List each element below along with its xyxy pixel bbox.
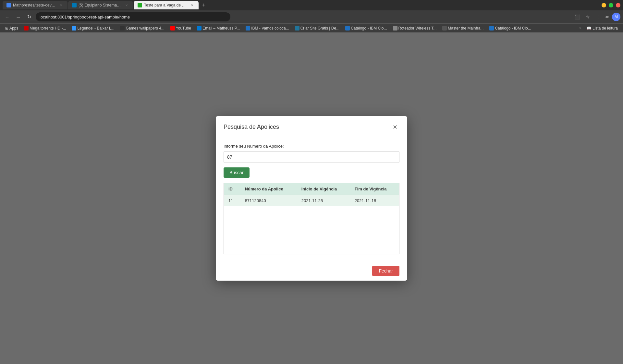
modal-header: Pesquisa de Apolices ✕ (216, 116, 407, 137)
bookmark-label: Criar Site Grátis | De... (300, 26, 339, 30)
bookmark-favicon (170, 26, 175, 30)
more-bookmarks-button[interactable]: » (577, 25, 583, 31)
bookmark-label: Roteador Wireless T... (398, 26, 437, 30)
tab-label: Teste para a Vaga de Desenvolve... (144, 3, 188, 7)
minimize-button[interactable]: − (602, 3, 606, 7)
bookmark-item-3[interactable]: Games wallpapers 4... (117, 25, 167, 31)
forward-button[interactable]: → (14, 12, 23, 21)
bookmark-label: Catálogo - IBM Clo... (351, 26, 387, 30)
bookmark-favicon (295, 26, 299, 30)
settings-icon[interactable]: ⋮ (593, 12, 603, 21)
bookmark-favicon (72, 26, 76, 30)
modal-dialog: Pesquisa de Apolices ✕ Informe seu Númer… (216, 116, 407, 281)
bookmark-item-2[interactable]: Legendei - Baixar L... (69, 25, 117, 31)
results-table: ID Número da Apolice Inicio de Vigência … (224, 183, 399, 206)
bookmark-label: Apps (9, 26, 18, 30)
bookmark-label: Legendei - Baixar L... (77, 26, 114, 30)
bookmark-label: Games wallpapers 4... (126, 26, 164, 30)
cast-icon[interactable]: ⬛ (573, 12, 582, 21)
cell-fim: 2021-11-18 (350, 195, 399, 206)
bookmark-label: Email – Matheuss P... (202, 26, 240, 30)
bookmark-favicon (120, 26, 125, 30)
window-controls: − □ ✕ (602, 3, 620, 7)
modal-footer: Fechar (216, 261, 407, 281)
bookmark-item-4[interactable]: YouTube (168, 25, 194, 31)
bookmark-favicon (197, 26, 202, 30)
bookmark-favicon (24, 26, 29, 30)
col-fim: Fim de Vigência (350, 183, 399, 195)
bookmark-label: Mega torrents HD -... (30, 26, 66, 30)
tab-favicon (72, 3, 77, 7)
results-table-container: ID Número da Apolice Inicio de Vigência … (224, 183, 399, 254)
extensions-button[interactable]: ≫ (604, 14, 611, 20)
browser-tab-tab2[interactable]: (5) Equiplano Sistemas: visão ge...✕ (68, 1, 133, 9)
col-numero: Número da Apolice (240, 183, 297, 195)
bookmark-star-icon[interactable]: ☆ (583, 12, 592, 21)
bookmark-label: Master the Mainfra... (448, 26, 483, 30)
tab-close-button[interactable]: ✕ (189, 3, 195, 8)
bookmark-label: Catálogo - IBM Clo... (495, 26, 531, 30)
col-inicio: Inicio de Vigência (297, 183, 350, 195)
bookmark-item-9[interactable]: Roteador Wireless T... (390, 25, 439, 31)
title-bar: Mathprestes/teste-devJunior-eq...✕(5) Eq… (0, 0, 623, 10)
maximize-button[interactable]: □ (609, 3, 613, 7)
bookmark-item-6[interactable]: IBM - Vamos coloca... (243, 25, 291, 31)
apolice-label: Informe seu Número da Apolice: (224, 144, 399, 149)
tab-favicon (6, 3, 11, 7)
browser-tab-tab1[interactable]: Mathprestes/teste-devJunior-eq...✕ (3, 1, 67, 9)
modal-close-button[interactable]: ✕ (390, 123, 399, 132)
modal-title: Pesquisa de Apolices (224, 124, 279, 130)
bookmark-favicon (393, 26, 397, 30)
bookmark-item-11[interactable]: Catálogo - IBM Clo... (487, 25, 533, 31)
cell-id: 11 (224, 195, 240, 206)
tab-close-button[interactable]: ✕ (58, 3, 64, 8)
bookmark-item-1[interactable]: Mega torrents HD -... (21, 25, 68, 31)
fechar-button[interactable]: Fechar (372, 266, 399, 276)
bookmark-item-0[interactable]: ⊞Apps (3, 25, 21, 31)
bookmark-favicon (442, 26, 447, 30)
browser-tab-tab3[interactable]: Teste para a Vaga de Desenvolve...✕ (134, 1, 199, 9)
bookmark-item-7[interactable]: Criar Site Grátis | De... (292, 25, 342, 31)
cell-inicio: 2021-11-25 (297, 195, 350, 206)
bookmark-item-5[interactable]: Email – Matheuss P... (194, 25, 242, 31)
close-window-button[interactable]: ✕ (616, 3, 620, 7)
profile-button[interactable]: M (612, 13, 620, 21)
tab-label: Mathprestes/teste-devJunior-eq... (13, 3, 56, 7)
bookmark-favicon (345, 26, 350, 30)
cell-numero: 871120840 (240, 195, 297, 206)
reading-list-button[interactable]: 📖 Lista de leitura (584, 25, 620, 31)
address-bar[interactable] (36, 12, 230, 21)
bookmarks-bar: ⊞AppsMega torrents HD -...Legendei - Bai… (0, 23, 623, 32)
tab-label: (5) Equiplano Sistemas: visão ge... (79, 3, 122, 7)
buscar-button[interactable]: Buscar (224, 167, 250, 178)
bookmark-favicon (246, 26, 250, 30)
bookmark-label: IBM - Vamos coloca... (251, 26, 289, 30)
tab-favicon (138, 3, 142, 7)
bookmark-favicon (489, 26, 494, 30)
bookmark-label: YouTube (176, 26, 191, 30)
bookmark-item-8[interactable]: Catálogo - IBM Clo... (343, 25, 389, 31)
table-row[interactable]: 118711208402021-11-252021-11-18 (224, 195, 399, 206)
bookmark-item-10[interactable]: Master the Mainfra... (440, 25, 486, 31)
toolbar: ← → ↻ ⬛ ☆ ⋮ ≫ M (0, 10, 623, 23)
col-id: ID (224, 183, 240, 195)
new-tab-button[interactable]: + (199, 1, 208, 9)
tab-close-button[interactable]: ✕ (124, 3, 129, 8)
modal-body: Informe seu Número da Apolice: Buscar ID… (216, 137, 407, 261)
page-content: Pesquisa de Apolices ✕ Informe seu Númer… (0, 32, 623, 364)
reload-button[interactable]: ↻ (25, 12, 34, 21)
table-header-row: ID Número da Apolice Inicio de Vigência … (224, 183, 399, 195)
back-button[interactable]: ← (3, 12, 12, 21)
apolice-input[interactable] (224, 151, 399, 163)
